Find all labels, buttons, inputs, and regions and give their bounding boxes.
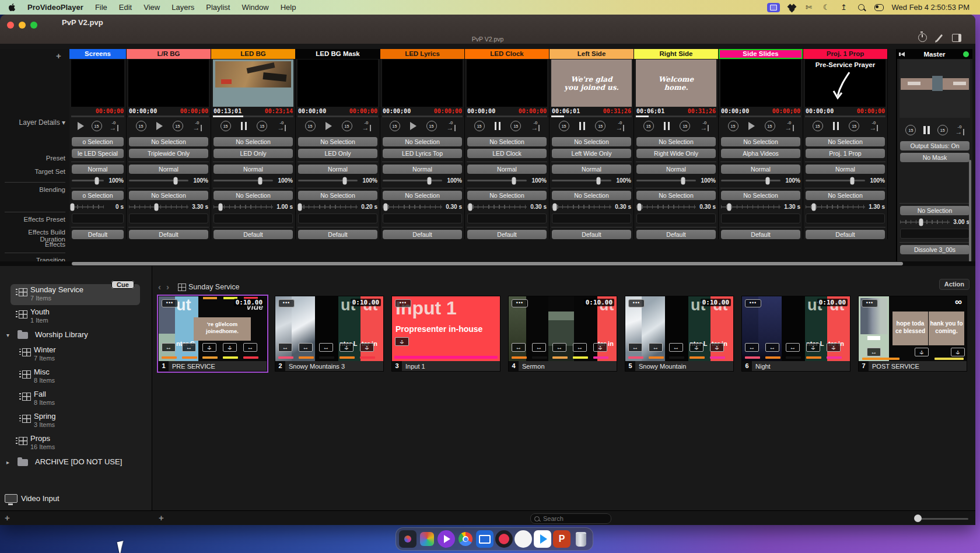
- cue-card-night[interactable]: ut ut nter L ter in 0:10.00: [741, 296, 850, 372]
- output-status-button[interactable]: Output Status: On: [900, 141, 970, 150]
- skip-to-end-button[interactable]: -0→: [615, 121, 624, 131]
- rewind-15-button[interactable]: 15: [905, 125, 916, 135]
- dock-photos-icon[interactable]: [514, 530, 532, 548]
- cue-card-sermon[interactable]: ut ter in 0:10.00: [508, 296, 617, 372]
- effects-build-duration-slider[interactable]: 1.30 s: [721, 203, 800, 211]
- dock-player-app-icon[interactable]: [534, 530, 551, 548]
- move-horizontal-icon[interactable]: [573, 343, 587, 352]
- effects-build-duration-slider[interactable]: 3.30 s: [129, 203, 208, 211]
- blending-button[interactable]: Normal: [214, 164, 293, 174]
- move-all-icon[interactable]: [360, 343, 374, 352]
- layer-tab-master[interactable]: Master: [897, 49, 972, 59]
- thumbnail-size-knob[interactable]: [914, 514, 922, 522]
- effects-field[interactable]: [552, 214, 631, 223]
- move-horizontal-icon[interactable]: [532, 343, 546, 352]
- skip-to-end-button[interactable]: -0→: [277, 121, 286, 131]
- opacity-slider[interactable]: 100%: [636, 177, 716, 184]
- transition-button[interactable]: Default: [129, 230, 208, 239]
- speaker-muted-icon[interactable]: [901, 52, 905, 57]
- rewind-15-button[interactable]: 15: [474, 121, 485, 131]
- pause-button[interactable]: [923, 126, 930, 134]
- forward-15-button[interactable]: 15: [92, 121, 102, 131]
- effects-field[interactable]: [721, 214, 800, 223]
- pause-button[interactable]: [833, 122, 839, 130]
- do-not-disturb-icon[interactable]: ☾: [822, 3, 831, 12]
- move-all-icon[interactable]: [710, 343, 724, 352]
- skip-to-end-button[interactable]: -0→: [110, 121, 118, 131]
- effects-field[interactable]: [900, 229, 970, 239]
- move-horizontal-icon[interactable]: [319, 343, 333, 352]
- menu-layers[interactable]: Layers: [166, 3, 200, 12]
- nav-back-icon[interactable]: ‹: [158, 282, 161, 292]
- menu-clock[interactable]: Wed Feb 4 2:50:53 PM: [892, 3, 970, 12]
- chevron-right-icon[interactable]: ▸: [6, 459, 9, 466]
- effects-field[interactable]: [383, 214, 462, 223]
- preset-button[interactable]: No Selection: [383, 137, 462, 146]
- timer-icon[interactable]: [918, 33, 927, 42]
- thumbnail-size-slider[interactable]: [921, 518, 968, 520]
- move-horizontal-icon[interactable]: [243, 343, 257, 352]
- rewind-15-button[interactable]: 15: [643, 121, 654, 131]
- preset-button[interactable]: No Selection: [298, 137, 377, 146]
- cue-mode-button[interactable]: Cue: [111, 281, 134, 289]
- effects-preset-button[interactable]: No Selection: [467, 191, 547, 200]
- transition-button[interactable]: Default: [214, 230, 293, 239]
- rewind-15-button[interactable]: 15: [559, 121, 569, 131]
- target-set-button[interactable]: Alpha Videos: [721, 149, 800, 158]
- layer-tab-proj-1-prop[interactable]: Proj. 1 Prop: [803, 49, 887, 59]
- menu-app-name[interactable]: ProVideoPlayer: [22, 3, 89, 12]
- search-input[interactable]: [542, 514, 597, 523]
- layer-tab-screens[interactable]: Screens: [69, 49, 126, 59]
- horizontal-scrollbar[interactable]: [72, 262, 903, 265]
- transition-button[interactable]: Default: [72, 230, 124, 239]
- target-set-button[interactable]: LED Only: [298, 149, 377, 158]
- target-set-button[interactable]: Proj. 1 Prop: [806, 149, 885, 158]
- effects-build-duration-slider[interactable]: 3.00 s: [900, 218, 970, 226]
- forward-15-button[interactable]: 15: [849, 121, 859, 131]
- menu-window[interactable]: Window: [236, 3, 274, 12]
- opacity-slider[interactable]: 100%: [298, 177, 377, 184]
- transition-button[interactable]: Default: [552, 230, 631, 239]
- spotlight-icon[interactable]: [857, 3, 866, 12]
- vertical-scrollbar[interactable]: [969, 160, 971, 262]
- skip-to-end-button[interactable]: -0→: [956, 125, 964, 135]
- target-set-button[interactable]: LED Lyrics Top: [383, 149, 462, 158]
- forward-15-button[interactable]: 15: [595, 121, 606, 131]
- move-all-icon[interactable]: [340, 343, 354, 352]
- preset-button[interactable]: o Selection: [72, 137, 124, 146]
- effects-preset-button[interactable]: No Selection: [806, 191, 885, 200]
- effects-build-duration-slider[interactable]: 0 s: [72, 203, 124, 211]
- blending-button[interactable]: Normal: [467, 164, 547, 174]
- move-horizontal-icon[interactable]: [512, 343, 526, 352]
- dock-powerpoint-icon[interactable]: P: [553, 530, 570, 548]
- forward-15-button[interactable]: 15: [937, 125, 948, 135]
- mask-button[interactable]: No Mask: [900, 153, 970, 162]
- play-button[interactable]: [410, 122, 416, 130]
- effects-field[interactable]: [72, 214, 124, 223]
- forward-15-button[interactable]: 15: [173, 121, 183, 131]
- layer-tab-led-clock[interactable]: LED Clock: [465, 49, 549, 59]
- rewind-15-button[interactable]: 15: [813, 121, 823, 131]
- effects-preset-button[interactable]: o Selection: [72, 191, 124, 200]
- opacity-slider[interactable]: 100%: [552, 177, 631, 184]
- opacity-slider[interactable]: 100%: [721, 177, 800, 184]
- effects-field[interactable]: [298, 214, 377, 223]
- play-button[interactable]: [326, 122, 332, 130]
- cue-card-post-service[interactable]: hope todace blessed hank you focoming. ∞: [858, 296, 967, 372]
- move-all-icon[interactable]: [593, 343, 607, 352]
- pause-button[interactable]: [664, 122, 670, 130]
- transition-button[interactable]: Dissolve 3_00s: [900, 245, 970, 254]
- forward-15-button[interactable]: 15: [342, 121, 352, 131]
- effects-field[interactable]: [806, 214, 885, 223]
- add-cue-button[interactable]: +: [159, 513, 164, 523]
- menu-file[interactable]: File: [89, 3, 113, 12]
- opacity-slider[interactable]: 100%: [383, 177, 462, 184]
- forward-15-button[interactable]: 15: [426, 121, 437, 131]
- opacity-slider[interactable]: 100%: [72, 177, 124, 184]
- move-all-icon[interactable]: [395, 337, 409, 346]
- effects-build-duration-slider[interactable]: 0.30 s: [636, 203, 716, 211]
- dock-trash-icon[interactable]: [572, 530, 590, 548]
- menu-playlist[interactable]: Playlist: [200, 3, 236, 12]
- window-titlebar[interactable]: PvP V2.pvp PvP V2.pvp: [0, 15, 975, 44]
- cue-card-snowy-mountains-3[interactable]: ut ut nter L ter in 0:10.00: [275, 296, 384, 372]
